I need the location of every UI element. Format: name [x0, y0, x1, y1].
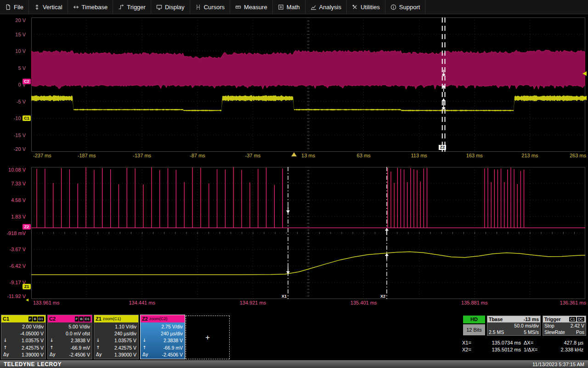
menu-item-label: File [14, 4, 23, 11]
main-grid-y-label: 5 V [1, 65, 26, 71]
c1-offset-tag[interactable]: C1 [23, 115, 31, 121]
descriptor-c2[interactable]: C2 F B D1 5.00 V/div 0.0 mV ofst ↓2.3838… [47, 315, 92, 359]
x1-value: 135.0734 ms [478, 340, 524, 345]
cursor-readout-row2: X2= 135.5012 ms 1/ΔX= 2.338 kHz [462, 346, 586, 353]
menu-item-display[interactable]: Display [151, 0, 190, 14]
vdiv-value: 1.10 V/div [115, 323, 136, 330]
main-grid-x-label: 13 ms [301, 153, 315, 158]
trigger-level: 2.42 V [571, 322, 584, 329]
cursor-x2-label[interactable]: X2 [380, 294, 385, 299]
trace-name: Z1 [96, 316, 102, 322]
offset-value: 0.0 mV ofst [66, 330, 90, 337]
zoom-grid-y-label: 10.08 V [1, 167, 26, 172]
zoom-waveform-grid[interactable] [31, 167, 585, 299]
timebase-summary-box[interactable]: Tbase -13 ms 50.0 ms/div 2.5 MS 5 MS/s [487, 316, 541, 336]
trace-name: C1 [3, 316, 9, 322]
trigger-title: Trigger [544, 316, 561, 322]
resolution-badge: 12 Bits [463, 324, 485, 335]
trigger-source-badge: C1 [569, 317, 576, 322]
brand-lecroy: LECROY [37, 361, 62, 368]
main-grid-x-label: 63 ms [357, 153, 371, 158]
menu-item-measure[interactable]: Measure [230, 0, 273, 14]
timebase-icon [73, 4, 79, 10]
x1-label: X1= [462, 340, 478, 345]
zoom-grid-y-label: -9.17 V [1, 280, 26, 285]
timebase-scale: 50.0 ms/div [514, 322, 539, 329]
vdiv-value: 2.00 V/div [22, 323, 44, 330]
zoom-grid-y-label: -918 mV [1, 230, 26, 236]
offset-value: -4.05000 V [20, 330, 44, 337]
descriptor-c1[interactable]: C1 F B D1 2.00 V/div -4.05000 V ↓1.03575… [1, 315, 46, 359]
vdiv-value: 5.00 V/div [68, 323, 90, 330]
cursor-readout-row1: X1= 135.0734 ms ΔX= 427.8 µs [462, 339, 586, 346]
main-grid-y-label: 10 V [1, 48, 26, 54]
sample-rate: 5 MS/s [524, 329, 539, 335]
descriptor-z2-header: Z2 zoom(C2) [141, 315, 185, 322]
menu-item-vertical[interactable]: Vertical [29, 0, 68, 14]
add-trace-button[interactable]: + [186, 316, 230, 359]
trigger-slope: Pos [576, 329, 584, 335]
trigger-level-upper-marker[interactable] [582, 71, 587, 76]
z1-offset-tag[interactable]: Z1 [23, 284, 31, 289]
display-icon [156, 4, 162, 10]
timebase-scale-row: 50.0 ms/div [487, 322, 540, 329]
descriptor-z2[interactable]: Z2 zoom(C2) 2.75 V/div 240 µs/div ↓2.383… [140, 315, 185, 359]
zoom-grid-y-label: 4.58 V [1, 197, 26, 203]
sample-count: 2.5 MS [489, 329, 504, 335]
main-grid-x-label: -187 ms [78, 153, 96, 158]
main-grid-x-label: -37 ms [245, 153, 261, 158]
menu-item-label: Utilities [361, 4, 380, 11]
menu-item-label: Cursors [204, 4, 225, 11]
main-grid-y-label: 15 V [1, 32, 26, 37]
trigger-type-row: SlewRate Pos [543, 329, 586, 335]
zoom-region-label[interactable]: Z2 [439, 145, 447, 150]
main-grid-y-label: -15 V [1, 132, 26, 138]
cursor2-value: -66.9 mV [163, 345, 183, 351]
analysis-icon [311, 4, 317, 10]
delta-y-value: -2.4506 V [69, 351, 90, 358]
main-waveform-grid[interactable] [31, 17, 585, 152]
menu-item-math[interactable]: Math [273, 0, 305, 14]
c2-offset-tag[interactable]: C2 [23, 79, 31, 84]
cursor1-value: 2.3838 V [71, 337, 90, 344]
descriptor-z1[interactable]: Z1 zoom(C1) 1.10 V/div 240 µs/div ↓1.035… [94, 315, 139, 359]
cursor1-value: 1.03575 V [22, 337, 44, 344]
descriptor-z1-header: Z1 zoom(C1) [94, 315, 138, 322]
menu-item-utilities[interactable]: Utilities [347, 0, 385, 14]
delta-y-icon: Δy [3, 351, 9, 358]
badge-f: F [75, 316, 79, 322]
cursor2-value: -66.9 mV [70, 345, 90, 351]
cursor1-arrow-icon: ↓ [96, 337, 100, 344]
descriptor-c2-header: C2 F B D1 [48, 315, 92, 322]
tdiv-value: 240 µs/div [161, 330, 183, 337]
menu-item-analysis[interactable]: Analysis [305, 0, 347, 14]
trace-source: zoom(C1) [103, 316, 121, 321]
math-icon [278, 4, 284, 10]
menu-item-trigger[interactable]: Trigger [113, 0, 151, 14]
vdiv-value: 2.75 V/div [161, 323, 183, 330]
trigger-position-marker[interactable] [291, 152, 297, 156]
utilities-icon [352, 4, 358, 10]
delta-y-icon: Δy [142, 351, 148, 358]
trigger-coupling-badge: DC [577, 317, 584, 322]
badge-d1: D1 [38, 316, 44, 322]
menu-item-cursors[interactable]: Cursors [190, 0, 231, 14]
cursor2-arrow-icon: ↑ [142, 345, 146, 351]
hd-mode-badge[interactable]: HD [463, 316, 485, 323]
z2-offset-tag[interactable]: Z2 [23, 224, 31, 230]
plus-icon: + [205, 333, 210, 342]
menu-item-file[interactable]: File [0, 0, 29, 14]
main-grid-x-label: -237 ms [33, 153, 51, 158]
cursor-x1-label[interactable]: X1 [282, 294, 287, 299]
oscilloscope-screen: File Vertical Timebase Trigger Display C… [0, 0, 588, 368]
delta-y-icon: Δy [96, 351, 102, 358]
menu-item-timebase[interactable]: Timebase [68, 0, 113, 14]
menu-item-support[interactable]: Support [385, 0, 426, 14]
cursor2-value: 2.42575 V [114, 345, 136, 351]
trigger-summary-box[interactable]: Trigger C1 DC Stop 2.42 V SlewRate Pos [543, 316, 586, 336]
delta-y-icon: Δy [50, 351, 56, 358]
menu-item-label: Timebase [82, 4, 108, 11]
main-grid-y-label: -10 V [1, 115, 26, 121]
trigger-level-lower-marker[interactable] [582, 96, 587, 100]
inv-dx-label: 1/ΔX= [524, 347, 548, 352]
